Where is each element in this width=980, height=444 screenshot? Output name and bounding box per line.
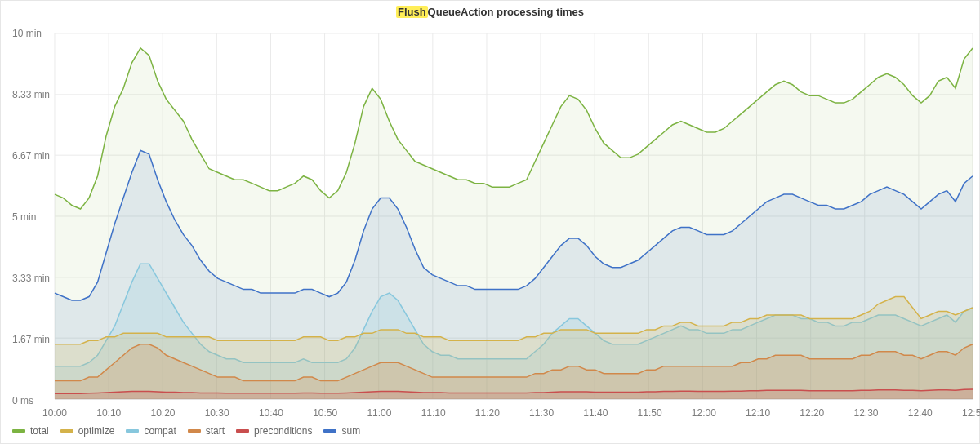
x-tick-label: 11:30 — [529, 407, 554, 419]
legend-swatch — [12, 429, 25, 433]
legend-label: optimize — [78, 425, 115, 437]
y-tick-label: 8.33 min — [12, 89, 50, 100]
legend-item-sum[interactable]: sum — [323, 425, 360, 437]
legend-swatch — [323, 429, 336, 433]
x-tick-label: 12:40 — [908, 407, 933, 419]
x-tick-label: 12:10 — [746, 407, 770, 419]
legend-swatch — [126, 429, 139, 433]
chart-title-highlight: Flush — [396, 6, 428, 18]
y-tick-label: 10 min — [12, 28, 42, 39]
x-tick-label: 10:50 — [313, 407, 337, 419]
x-tick-label: 10:30 — [205, 407, 229, 419]
legend-label: compat — [144, 425, 176, 437]
legend-swatch — [188, 429, 201, 433]
legend-label: preconditions — [254, 425, 312, 437]
x-tick-label: 10:40 — [259, 407, 283, 419]
legend-item-preconditions[interactable]: preconditions — [236, 425, 312, 437]
x-tick-label: 11:10 — [421, 407, 446, 419]
legend-swatch — [236, 429, 249, 433]
legend-item-compat[interactable]: compat — [126, 425, 176, 437]
x-tick-label: 12:20 — [800, 407, 824, 419]
x-tick-label: 11:00 — [367, 407, 391, 419]
x-tick-label: 12:00 — [692, 407, 716, 419]
y-tick-label: 0 ms — [12, 395, 33, 406]
y-tick-label: 3.33 min — [12, 273, 50, 284]
legend-label: total — [30, 425, 49, 437]
legend-swatch — [60, 429, 74, 433]
x-tick-label: 11:40 — [583, 407, 608, 419]
x-tick-label: 12:30 — [854, 407, 879, 419]
y-tick-label: 5 min — [12, 211, 36, 223]
legend-label: start — [206, 425, 225, 437]
x-tick-label: 10:00 — [42, 407, 67, 419]
legend-label: sum — [341, 425, 360, 437]
x-tick-label: 10:20 — [150, 407, 175, 419]
x-tick-label: 11:50 — [638, 407, 662, 419]
plot-svg — [55, 33, 973, 399]
chart-panel: FlushQueueAction processing times 0 ms1.… — [0, 0, 980, 444]
y-tick-label: 1.67 min — [12, 334, 50, 345]
chart-title-rest: QueueAction processing times — [428, 6, 584, 18]
legend: totaloptimizecompatstartpreconditionssum — [12, 425, 360, 437]
x-tick-label: 12:50 — [962, 407, 980, 419]
y-tick-label: 6.67 min — [12, 150, 50, 162]
legend-item-total[interactable]: total — [12, 425, 49, 437]
chart-title: FlushQueueAction processing times — [1, 1, 979, 18]
x-tick-label: 11:20 — [475, 407, 500, 419]
x-tick-label: 10:10 — [96, 407, 121, 419]
legend-item-start[interactable]: start — [188, 425, 225, 437]
plot-area[interactable] — [55, 33, 973, 399]
legend-item-optimize[interactable]: optimize — [60, 425, 115, 437]
